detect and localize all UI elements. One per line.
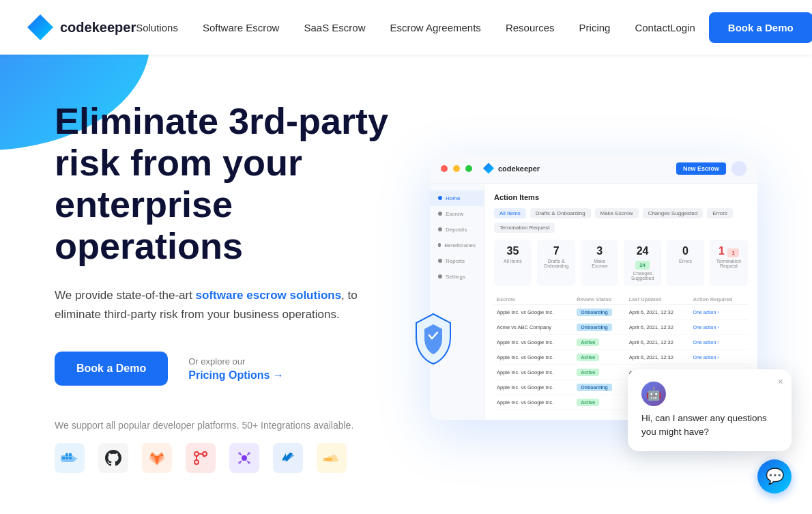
azure-icon xyxy=(273,443,303,473)
col-status: Review Status xyxy=(574,294,626,305)
logo[interactable]: codekeeper xyxy=(27,14,136,40)
svg-line-13 xyxy=(240,453,242,455)
cell-action: One action › xyxy=(690,319,748,334)
pricing-options-link[interactable]: Pricing Options → xyxy=(188,369,284,382)
mock-header: codekeeper New Escrow xyxy=(430,154,757,184)
aws-icon: aws xyxy=(317,443,347,473)
cell-action: One action › xyxy=(690,334,748,349)
col-escrow: Escrow xyxy=(494,294,574,305)
mock-logo-text: codekeeper xyxy=(498,165,540,173)
nav-links: Solutions Software Escrow SaaS Escrow Es… xyxy=(136,22,670,33)
action-link[interactable]: One action › xyxy=(693,340,719,345)
mock-stat-all: 35 All Items xyxy=(494,240,532,286)
svg-line-16 xyxy=(247,461,249,463)
svg-line-14 xyxy=(247,453,249,455)
mock-tabs: All Items Drafts & Onboarding Make Escro… xyxy=(494,208,748,233)
stat-label: Drafts & Onboarding xyxy=(544,259,569,268)
chat-message: Hi, can I answer any questions you might… xyxy=(641,412,778,440)
hero-book-demo-button[interactable]: Book a Demo xyxy=(55,352,168,386)
git-icon xyxy=(186,443,216,473)
sidebar-dot xyxy=(438,274,442,279)
explore-block: Or explore our Pricing Options → xyxy=(188,356,284,382)
action-link[interactable]: One action › xyxy=(693,325,719,330)
col-updated: Last Updated xyxy=(626,294,691,305)
status-badge: Active xyxy=(577,399,599,406)
status-badge: Onboarding xyxy=(577,309,612,316)
status-badge: Active xyxy=(577,339,599,346)
mock-new-escrow-btn: New Escrow xyxy=(676,162,726,175)
status-badge: Active xyxy=(577,369,599,376)
login-button[interactable]: Login xyxy=(670,22,695,33)
cell-status: Active xyxy=(574,349,626,365)
svg-line-15 xyxy=(240,461,242,463)
mock-stats-row: 35 All Items 7 Drafts & Onboarding 3 Mak… xyxy=(494,240,748,286)
nav-saas-escrow[interactable]: SaaS Escrow xyxy=(304,22,365,33)
mock-header-right: New Escrow xyxy=(676,161,746,176)
stat-badge: 24 xyxy=(635,261,650,270)
stat-label: Termination Request xyxy=(716,259,741,268)
nav-actions: Login Book a Demo xyxy=(670,12,812,43)
stat-label: Errors xyxy=(673,259,697,263)
mock-tab-drafts: Drafts & Onboarding xyxy=(530,208,591,218)
table-row: Apple Inc. vs Google Inc. Active April 6… xyxy=(494,349,748,365)
chat-close-button[interactable]: × xyxy=(778,376,783,387)
mock-logo-diamond xyxy=(483,163,494,174)
github-icon xyxy=(98,443,128,473)
chat-button-bar: 💬 xyxy=(628,459,792,494)
stat-label: Changes Suggested xyxy=(630,271,654,281)
col-action: Action Required xyxy=(690,294,748,305)
cell-escrow-name: Apple Inc. vs Google Inc. xyxy=(494,349,574,365)
cell-status: Onboarding xyxy=(574,319,626,334)
mock-tab-errors: Errors xyxy=(707,208,733,218)
status-badge: Onboarding xyxy=(577,384,612,391)
mock-stat-errors: 0 Errors xyxy=(667,240,704,286)
chat-open-button[interactable]: 💬 xyxy=(757,459,792,494)
nav-resources[interactable]: Resources xyxy=(506,22,555,33)
chat-bubble: × 🤖 Hi, can I answer any questions you m… xyxy=(628,369,792,452)
stat-num: 3 xyxy=(588,245,611,257)
stat-badge: 1 xyxy=(727,248,738,257)
stat-num: 1 1 xyxy=(716,245,741,257)
mock-sidebar-settings: Settings xyxy=(430,269,484,285)
cell-escrow-name: Apple Inc. vs Google Inc. xyxy=(494,365,574,380)
traffic-light-yellow xyxy=(453,165,460,172)
mock-sidebar: Home Escrow Deposits Beneficiaries xyxy=(430,184,484,420)
stat-num: 35 xyxy=(501,245,525,257)
action-link[interactable]: One action › xyxy=(693,310,719,315)
cell-date: April 6, 2021, 12:32 xyxy=(626,349,691,365)
mock-stat-make: 3 Make Escrow xyxy=(581,240,618,286)
mock-sidebar-deposits: Deposits xyxy=(430,222,484,238)
nav-escrow-agreements[interactable]: Escrow Agreements xyxy=(390,22,480,33)
nav-software-escrow[interactable]: Software Escrow xyxy=(203,22,280,33)
navbar: codekeeper Solutions Software Escrow Saa… xyxy=(0,0,812,55)
table-row: Acme vs ABC Company Onboarding April 6, … xyxy=(494,319,748,334)
nav-solutions[interactable]: Solutions xyxy=(136,22,178,33)
nav-pricing[interactable]: Pricing xyxy=(579,22,611,33)
integration-icons: aws xyxy=(55,443,403,473)
svg-point-8 xyxy=(242,455,247,461)
hero-left: Eliminate 3rd-party risk from your enter… xyxy=(55,100,403,473)
integration-icon-5 xyxy=(229,443,259,473)
chat-avatar-row: 🤖 xyxy=(641,382,778,406)
action-link[interactable]: One action › xyxy=(693,355,719,360)
mock-avatar xyxy=(731,161,746,176)
hero-desc-highlight: software escrow solutions xyxy=(196,289,342,302)
mock-tab-termination: Termination Request xyxy=(494,223,555,233)
nav-contact[interactable]: Contact xyxy=(635,22,670,33)
cell-escrow-name: Apple Inc. vs Google Inc. xyxy=(494,304,574,319)
sidebar-dot xyxy=(438,196,442,200)
cell-date: April 6, 2021, 12:32 xyxy=(626,334,691,349)
cell-escrow-name: Acme vs ABC Company xyxy=(494,319,574,334)
cell-escrow-name: Apple Inc. vs Google Inc. xyxy=(494,334,574,349)
mock-logo: codekeeper xyxy=(483,163,540,174)
hero-desc-prefix: We provide state-of-the-art xyxy=(55,289,196,302)
mock-sidebar-escrow: Escrow xyxy=(430,206,484,222)
stat-label: Make Escrow xyxy=(588,259,611,268)
svg-text:aws: aws xyxy=(323,457,332,461)
mock-tab-make: Make Escrow xyxy=(595,208,639,218)
book-demo-button[interactable]: Book a Demo xyxy=(709,12,812,43)
cell-date: April 6, 2021, 12:32 xyxy=(626,319,691,334)
stat-num: 24 24 xyxy=(630,245,654,270)
shield-icon xyxy=(409,311,457,365)
mock-sidebar-beneficiaries: Beneficiaries xyxy=(430,238,484,253)
